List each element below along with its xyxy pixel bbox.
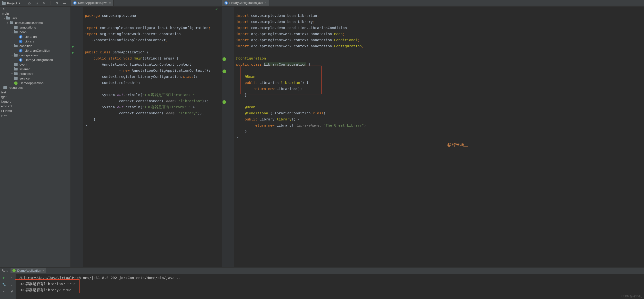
run-icon[interactable]: ▶ [2,275,6,280]
editor-library-configuration[interactable]: import com.example.demo.bean.Librarian; … [222,6,644,267]
package-icon [14,68,18,70]
run-line-icon[interactable]: ▶ [72,45,74,48]
tree-item[interactable]: CLibraryConfiguration [0,58,70,62]
tree-item[interactable]: event [0,62,70,67]
tree-item-demo-application[interactable]: DemoApplication [0,81,70,85]
spring-icon [14,82,18,85]
tree-item-librarian[interactable]: CLibrarian [0,34,70,39]
chevron-down-icon: ▼ [18,2,20,4]
chevron-down-icon[interactable]: ▾ [11,54,13,56]
project-label: Project [7,2,17,5]
gutter: ▶ ▶ [71,6,78,267]
wrench-icon[interactable]: 🔧 [2,282,6,286]
close-icon[interactable]: × [109,1,111,5]
tree-item[interactable]: listener [0,67,70,72]
class-icon: C [19,40,22,43]
chevron-down-icon[interactable]: ▾ [11,73,13,75]
tree-item[interactable]: ▾bean [0,30,70,34]
tab-library-configuration[interactable]: C LibraryConfiguration.java × [222,0,269,6]
spring-icon [12,269,16,272]
tree-item[interactable]: resources [0,85,70,90]
chevron-down-icon[interactable]: ▾ [11,31,13,34]
editor-demo-application[interactable]: ▶ ▶ package com.example.demo; import com… [71,6,222,267]
output-line: /Library/Java/JavaVirtualMachines/jdk1.8… [19,275,640,281]
tree-item[interactable]: ▾condition [0,44,70,48]
class-icon: C [19,58,22,62]
tab-demo-application[interactable]: C DemoApplication.java × [71,0,114,6]
gutter-fold [229,6,234,267]
chevron-down-icon[interactable]: ▾ [6,22,9,24]
tree-item[interactable]: CLibrarianCondition [0,48,70,53]
tree-item[interactable]: annotations [0,25,70,30]
class-icon: C [19,35,22,38]
tree-item[interactable]: test [0,90,70,95]
tab-label: DemoApplication.java [78,1,108,5]
run-toolbar-inner: ↑ ↓ ↲ [8,274,16,299]
run-header: Run: DemoApplication × [0,268,644,274]
collapse-all-icon[interactable]: ⇱ [42,1,46,5]
tree-item[interactable]: ▾configuration [0,53,70,58]
tree-item-library[interactable]: CLibrary [0,39,70,44]
bean-gutter-icon[interactable] [222,100,226,104]
bean-gutter-icon[interactable] [222,57,226,61]
tab-label: LibraryConfiguration.java [229,1,263,5]
run-panel: Run: DemoApplication × ▶ 🔧 ▪ ↑ ↓ ↲ /Libr… [0,267,644,299]
watermark: @砖业洋__ [447,142,468,265]
bean-gutter-icon[interactable] [222,70,226,73]
stop-icon[interactable]: ▪ [2,289,6,294]
chevron-down-icon[interactable]: ▾ [11,45,13,47]
down-icon[interactable]: ↓ [10,282,14,286]
tree-item[interactable]: c [0,6,70,11]
project-selector[interactable]: Project ▼ [0,2,22,5]
editors: ▶ ▶ package com.example.demo; import com… [71,6,644,267]
output-line: IOC容器是否有librarian? true [19,281,640,287]
tree-item[interactable]: service [0,76,70,81]
tree-item[interactable]: ▾processor [0,72,70,76]
expand-all-icon[interactable]: ⇲ [35,1,38,5]
run-output[interactable]: /Library/Java/JavaVirtualMachines/jdk1.8… [16,274,644,299]
inspection-ok-icon[interactable]: ✔ [215,7,218,11]
tree-item[interactable]: ▾java [0,16,70,20]
project-sidebar[interactable]: c main ▾java ▾com.example.demo annotatio… [0,6,71,267]
gear-icon[interactable]: ⚙ [55,1,59,5]
tree-item[interactable]: main [0,11,70,16]
run-config[interactable]: DemoApplication × [10,268,46,273]
run-label: Run: [2,269,8,272]
package-icon [14,45,18,47]
up-icon[interactable]: ↑ [10,275,14,280]
java-class-icon: C [224,1,228,5]
tree-item[interactable]: itignore [0,99,70,104]
locate-icon[interactable]: ◎ [27,1,31,5]
run-body: ▶ 🔧 ▪ ↑ ↓ ↲ /Library/Java/JavaVirtualMac… [0,274,644,299]
class-icon: C [19,49,22,52]
toolbar-icons: ◎ ⇲ ⇱ ⚙ — [22,1,66,5]
tree-item[interactable]: rget [0,95,70,99]
package-icon [14,31,18,34]
java-class-icon: C [73,1,76,5]
chevron-down-icon[interactable]: ▾ [3,17,5,20]
gutter-fold [78,6,83,267]
tree-item[interactable]: vnw [0,113,70,118]
code-content[interactable]: package com.example.demo; import com.exa… [83,6,222,267]
separator [50,1,50,5]
package-icon [14,77,18,80]
tree-item[interactable]: ELP.md [0,108,70,113]
editor-tabs-row: C DemoApplication.java × C LibraryConfig… [71,0,644,6]
folder-icon [6,17,10,20]
folder-icon [4,86,7,89]
footer-watermark: CSDN @砖业洋_ [621,294,642,298]
output-line: IOC容器是否有library? true [19,287,640,293]
soft-wrap-icon[interactable]: ↲ [10,289,14,294]
hide-icon[interactable]: — [62,1,66,5]
package-icon [14,54,18,56]
package-icon [10,22,13,24]
run-line-icon[interactable]: ▶ [72,51,74,54]
package-icon [14,72,18,75]
close-icon[interactable]: × [43,269,45,272]
tree-item[interactable]: emo.iml [0,104,70,108]
folder-icon [2,2,6,5]
tree-item[interactable]: ▾com.example.demo [0,20,70,25]
main-area: c main ▾java ▾com.example.demo annotatio… [0,6,644,267]
close-icon[interactable]: × [265,1,267,5]
code-content[interactable]: import com.example.demo.bean.Librarian; … [234,6,644,267]
